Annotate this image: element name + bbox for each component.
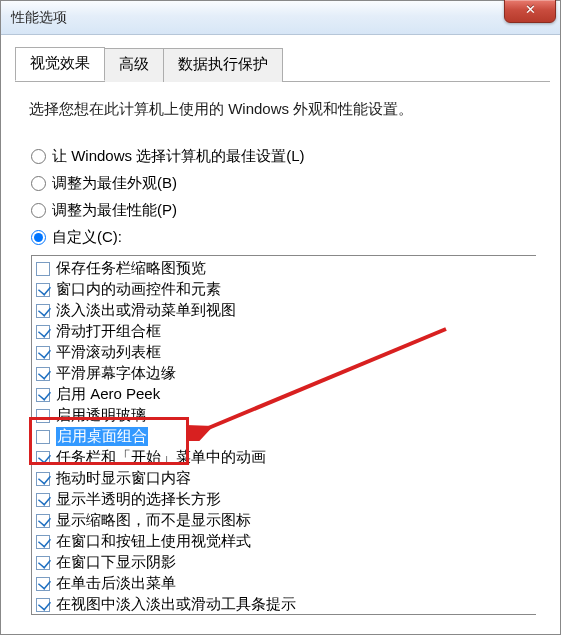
- checkbox[interactable]: [36, 325, 50, 339]
- radio-input[interactable]: [31, 176, 46, 191]
- checkbox[interactable]: [36, 283, 50, 297]
- checkbox[interactable]: [36, 535, 50, 549]
- list-item[interactable]: 显示缩略图，而不是显示图标: [34, 510, 536, 531]
- checkbox-label: 窗口内的动画控件和元素: [56, 280, 221, 299]
- radio-best-performance[interactable]: 调整为最佳性能(P): [31, 201, 550, 220]
- titlebar[interactable]: 性能选项 ✕: [1, 1, 560, 35]
- checkbox[interactable]: [36, 409, 50, 423]
- close-button[interactable]: ✕: [504, 0, 556, 23]
- list-item[interactable]: 显示半透明的选择长方形: [34, 489, 536, 510]
- checkbox[interactable]: [36, 430, 50, 444]
- checkbox-label: 在视图中淡入淡出或滑动工具条提示: [56, 595, 296, 614]
- checkbox-label: 淡入淡出或滑动菜单到视图: [56, 301, 236, 320]
- checkbox[interactable]: [36, 577, 50, 591]
- tab-visual-effects[interactable]: 视觉效果: [15, 47, 105, 81]
- checkbox-label: 在窗口和按钮上使用视觉样式: [56, 532, 251, 551]
- list-item[interactable]: 淡入淡出或滑动菜单到视图: [34, 300, 536, 321]
- checkbox-label: 保存任务栏缩略图预览: [56, 259, 206, 278]
- checkbox[interactable]: [36, 514, 50, 528]
- checkbox-label: 任务栏和「开始」菜单中的动画: [56, 448, 266, 467]
- checkbox[interactable]: [36, 367, 50, 381]
- effects-checklist[interactable]: 保存任务栏缩略图预览窗口内的动画控件和元素淡入淡出或滑动菜单到视图滑动打开组合框…: [31, 255, 536, 615]
- checkbox[interactable]: [36, 451, 50, 465]
- close-icon: ✕: [525, 2, 536, 17]
- checkbox-label: 启用透明玻璃: [56, 406, 146, 425]
- checkbox[interactable]: [36, 388, 50, 402]
- checkbox[interactable]: [36, 598, 50, 612]
- list-item[interactable]: 启用 Aero Peek: [34, 384, 536, 405]
- list-item[interactable]: 在窗口下显示阴影: [34, 552, 536, 573]
- checkbox-label: 显示半透明的选择长方形: [56, 490, 221, 509]
- list-item[interactable]: 在窗口和按钮上使用视觉样式: [34, 531, 536, 552]
- checkbox[interactable]: [36, 472, 50, 486]
- checkbox[interactable]: [36, 346, 50, 360]
- list-item[interactable]: 保存任务栏缩略图预览: [34, 258, 536, 279]
- list-item[interactable]: 任务栏和「开始」菜单中的动画: [34, 447, 536, 468]
- list-item[interactable]: 滑动打开组合框: [34, 321, 536, 342]
- checkbox-label: 平滑屏幕字体边缘: [56, 364, 176, 383]
- list-item[interactable]: 启用桌面组合: [34, 426, 536, 447]
- checkbox-label: 在窗口下显示阴影: [56, 553, 176, 572]
- checkbox-label: 启用 Aero Peek: [56, 385, 160, 404]
- tab-advanced[interactable]: 高级: [105, 48, 164, 82]
- checkbox[interactable]: [36, 556, 50, 570]
- radio-input[interactable]: [31, 230, 46, 245]
- radio-group: 让 Windows 选择计算机的最佳设置(L) 调整为最佳外观(B) 调整为最佳…: [31, 147, 550, 247]
- checkbox[interactable]: [36, 262, 50, 276]
- client-area: 视觉效果 高级 数据执行保护 选择您想在此计算机上使用的 Windows 外观和…: [1, 35, 560, 627]
- radio-let-windows-choose[interactable]: 让 Windows 选择计算机的最佳设置(L): [31, 147, 550, 166]
- list-item[interactable]: 在视图中淡入淡出或滑动工具条提示: [34, 594, 536, 615]
- radio-label: 调整为最佳性能(P): [52, 201, 177, 220]
- radio-label: 调整为最佳外观(B): [52, 174, 177, 193]
- checkbox-label: 滑动打开组合框: [56, 322, 161, 341]
- checkbox-label: 启用桌面组合: [56, 427, 148, 446]
- list-item[interactable]: 启用透明玻璃: [34, 405, 536, 426]
- list-item[interactable]: 平滑滚动列表框: [34, 342, 536, 363]
- list-item[interactable]: 在单击后淡出菜单: [34, 573, 536, 594]
- radio-label: 自定义(C):: [52, 228, 122, 247]
- checkbox-label: 平滑滚动列表框: [56, 343, 161, 362]
- radio-label: 让 Windows 选择计算机的最佳设置(L): [52, 147, 305, 166]
- window-title: 性能选项: [11, 9, 67, 27]
- list-item[interactable]: 窗口内的动画控件和元素: [34, 279, 536, 300]
- tab-dep[interactable]: 数据执行保护: [164, 48, 283, 82]
- checkbox-label: 在单击后淡出菜单: [56, 574, 176, 593]
- list-item[interactable]: 拖动时显示窗口内容: [34, 468, 536, 489]
- description-text: 选择您想在此计算机上使用的 Windows 外观和性能设置。: [29, 100, 550, 119]
- list-item[interactable]: 平滑屏幕字体边缘: [34, 363, 536, 384]
- checkbox-label: 显示缩略图，而不是显示图标: [56, 511, 251, 530]
- tab-strip: 视觉效果 高级 数据执行保护: [15, 47, 550, 82]
- checkbox[interactable]: [36, 304, 50, 318]
- checkbox[interactable]: [36, 493, 50, 507]
- radio-input[interactable]: [31, 149, 46, 164]
- performance-options-window: 性能选项 ✕ 视觉效果 高级 数据执行保护 选择您想在此计算机上使用的 Wind…: [0, 0, 561, 635]
- checkbox-label: 拖动时显示窗口内容: [56, 469, 191, 488]
- radio-custom[interactable]: 自定义(C):: [31, 228, 550, 247]
- radio-input[interactable]: [31, 203, 46, 218]
- radio-best-appearance[interactable]: 调整为最佳外观(B): [31, 174, 550, 193]
